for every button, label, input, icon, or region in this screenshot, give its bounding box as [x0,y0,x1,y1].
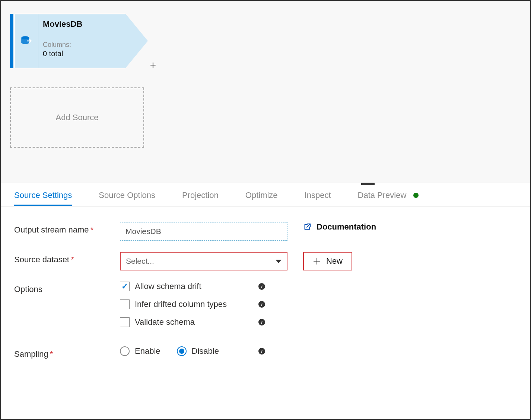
info-icon[interactable]: i [258,283,265,290]
chevron-down-icon [276,260,282,263]
tab-source-settings[interactable]: Source Settings [14,190,72,206]
tab-projection[interactable]: Projection [182,190,219,206]
source-dataset-placeholder: Select... [126,257,154,266]
add-transform-plus-icon[interactable]: + [150,59,156,71]
tab-data-preview[interactable]: Data Preview [358,190,419,206]
allow-schema-drift-label: Allow schema drift [135,282,201,291]
sampling-disable-radio[interactable] [177,346,187,356]
node-arrowhead [125,14,148,68]
validate-schema-checkbox[interactable] [120,317,130,327]
documentation-link[interactable]: Documentation [303,222,376,232]
tab-optimize[interactable]: Optimize [245,190,278,206]
node-columns-label: Columns: [43,41,121,49]
node-body: MoviesDB Columns: 0 total [38,14,125,68]
node-title: MoviesDB [43,19,121,29]
settings-tabs: Source Settings Source Options Projectio… [1,183,530,206]
dataflow-canvas[interactable]: MoviesDB Columns: 0 total + Add Source [1,1,530,183]
infer-drifted-types-label: Infer drifted column types [135,299,227,309]
sampling-label: Sampling* [14,346,120,359]
source-settings-form: Output stream name* Documentation S [1,206,530,378]
node-selection-bar [10,14,13,68]
plus-icon [313,257,321,265]
source-dataset-label: Source dataset* [14,252,120,264]
source-dataset-icon [20,35,33,47]
node-icon-column [15,14,38,68]
new-dataset-button[interactable]: New [303,252,352,270]
external-link-icon [303,223,311,231]
info-icon[interactable]: i [258,301,265,308]
output-stream-name-input[interactable] [120,222,287,241]
infer-drifted-types-checkbox[interactable] [120,299,130,309]
app-frame: MoviesDB Columns: 0 total + Add Source S… [0,0,531,420]
add-source-button[interactable]: Add Source [10,87,144,148]
tab-source-options[interactable]: Source Options [99,190,155,206]
options-label: Options [14,282,120,294]
panel-resize-handle[interactable] [361,183,375,185]
source-dataset-select[interactable]: Select... [120,252,287,270]
data-preview-status-dot-icon [413,193,419,198]
output-stream-name-label: Output stream name* [14,222,120,235]
settings-panel: Source Settings Source Options Projectio… [1,183,530,378]
sampling-disable-label: Disable [192,346,219,356]
sampling-enable-label: Enable [135,346,160,356]
node-columns-count: 0 total [43,49,121,58]
add-source-label: Add Source [56,113,99,122]
info-icon[interactable]: i [258,348,265,355]
source-node-moviesdb[interactable]: MoviesDB Columns: 0 total [10,14,148,68]
info-icon[interactable]: i [258,319,265,326]
sampling-enable-radio[interactable] [120,346,130,356]
validate-schema-label: Validate schema [135,317,195,327]
allow-schema-drift-checkbox[interactable] [120,282,130,291]
tab-inspect[interactable]: Inspect [305,190,331,206]
